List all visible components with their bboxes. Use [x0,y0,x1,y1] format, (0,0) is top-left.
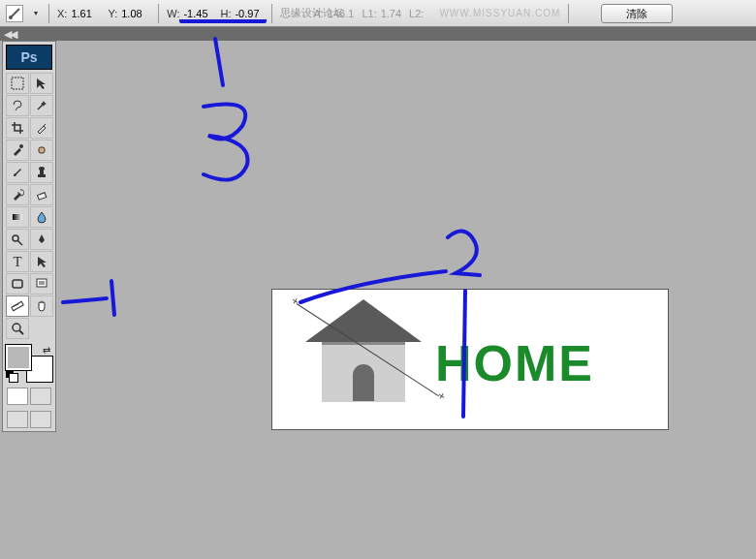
tool-brush[interactable] [6,162,29,183]
w-label: W: [167,8,179,19]
tool-stamp[interactable] [30,162,53,183]
clear-button[interactable]: 清除 [601,4,673,23]
screen-mode-full[interactable] [30,411,51,428]
screen-mode-row-2 [6,411,52,428]
tools-panel: Ps T ⇄ [2,41,56,432]
svg-rect-10 [13,214,22,220]
a-label: A: [313,8,323,19]
l2-label: L2: [409,8,424,19]
a-value: 146.1 [328,8,355,19]
separator [568,4,569,23]
reset-colors-icon[interactable] [6,370,17,382]
house-graphic [305,299,422,406]
annotation-underline [179,17,267,23]
tool-type[interactable]: T [6,251,29,272]
tool-grid: T [6,73,52,339]
house-door [353,364,374,401]
tool-eyedropper[interactable] [6,140,29,161]
options-bar: ▾ X: 1.61 Y: 1.08 W: -1.45 H: -0.97 思缘设计… [0,0,756,27]
screen-mode-std[interactable] [7,411,28,428]
l1-readout: L1: 1.74 [362,8,401,19]
x-readout: X: 1.61 [57,8,100,19]
tool-wand[interactable] [30,95,53,116]
tool-dodge[interactable] [6,229,29,250]
a-readout: A: 146.1 [313,8,354,19]
canvas-document[interactable]: HOME [271,289,669,430]
quick-mask-mode[interactable] [7,388,28,405]
separator [271,4,272,23]
svg-point-4 [19,144,23,148]
svg-rect-9 [38,193,47,200]
tool-lasso[interactable] [6,95,29,116]
svg-rect-2 [12,78,23,89]
svg-rect-5 [39,147,45,153]
svg-point-1 [9,16,13,19]
tool-blur[interactable] [30,206,53,228]
separator [158,4,159,23]
tool-pen[interactable] [30,229,53,250]
svg-rect-14 [37,279,47,287]
tool-marquee[interactable] [6,73,29,94]
canvas-text: HOME [435,334,594,392]
x-label: X: [57,8,67,19]
l2-readout: L2: [409,8,427,19]
ps-logo: Ps [6,45,52,70]
panel-collapse-bar[interactable]: ◀◀ [0,27,756,41]
svg-line-12 [17,240,22,245]
svg-rect-13 [13,280,22,288]
tool-move[interactable] [30,73,53,94]
l1-label: L1: [362,8,376,19]
l1-value: 1.74 [381,8,401,19]
tool-eraser[interactable] [30,184,53,205]
x-value: 1.61 [71,8,100,19]
svg-point-21 [13,324,20,331]
tool-crop[interactable] [6,117,29,139]
color-swatches[interactable]: ⇄ [6,345,52,382]
tool-preset-dropdown[interactable]: ▾ [31,5,41,22]
house-wall [322,342,405,402]
tool-zoom[interactable] [6,318,29,339]
watermark-text: WWW.MISSYUAN.COM [439,8,560,18]
y-value: 1.08 [121,8,150,19]
tool-note[interactable] [30,273,53,295]
collapse-arrows-icon: ◀◀ [4,28,16,41]
screen-mode-row [6,388,52,405]
tool-shape[interactable] [6,273,29,295]
foreground-color-swatch[interactable] [6,345,31,370]
tool-heal[interactable] [30,140,53,161]
tool-history-brush[interactable] [6,184,29,205]
annotation-layer [0,0,756,559]
tool-ruler[interactable] [6,295,29,317]
tool-gradient[interactable] [6,206,29,228]
tool-hand[interactable] [30,295,53,317]
svg-rect-17 [12,301,23,310]
separator [48,4,49,23]
current-tool-icon[interactable] [6,5,23,22]
y-label: Y: [108,8,117,19]
screen-mode[interactable] [30,388,51,405]
tool-slice[interactable] [30,117,53,139]
svg-point-8 [39,167,45,171]
svg-rect-6 [38,174,46,177]
tool-path-select[interactable] [30,251,53,272]
y-readout: Y: 1.08 [108,8,150,19]
svg-line-22 [19,330,23,334]
swap-colors-icon[interactable]: ⇄ [43,345,50,356]
